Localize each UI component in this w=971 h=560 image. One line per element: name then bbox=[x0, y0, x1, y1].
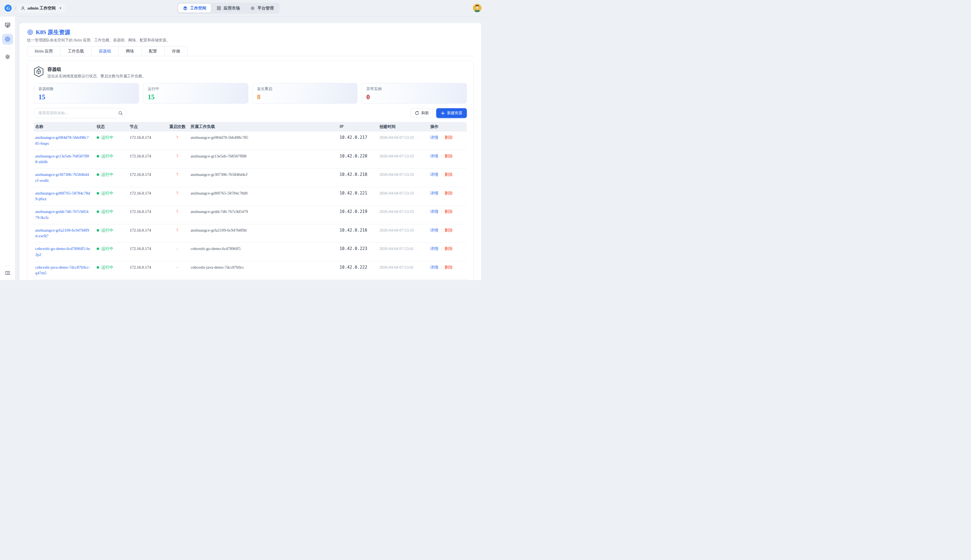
pod-name-link[interactable]: anzhuangce-gr307306-765846d4cf-wsdlc bbox=[35, 172, 92, 184]
pod-name-link[interactable]: anzhuangce-gr80f765-58784c78d9-jt6zz bbox=[35, 190, 92, 202]
workload-cell: anzhuangce-gr084d78-5bb498c785 bbox=[189, 132, 338, 150]
status-dot-icon bbox=[97, 192, 99, 195]
delete-link[interactable]: 删除 bbox=[445, 247, 453, 251]
kubernetes-icon bbox=[27, 29, 33, 35]
created-cell: 2026-04-04 07:53:33 bbox=[378, 168, 429, 187]
node-cell: 172.16.0.174 bbox=[128, 224, 168, 243]
actions-cell: 详情|删除 bbox=[429, 224, 467, 243]
nav-label: 工作空间 bbox=[190, 6, 206, 11]
status-badge: 运行中 bbox=[95, 168, 128, 187]
created-cell: 2026-04-04 07:53:33 bbox=[378, 224, 429, 243]
pod-name-link[interactable]: anzhuangce-gr084d78-5bb498c785-6sqrc bbox=[35, 135, 92, 147]
delete-link[interactable]: 删除 bbox=[445, 135, 453, 140]
tab-helm-apps[interactable]: Helm 应用 bbox=[27, 46, 60, 56]
kubernetes-icon bbox=[5, 36, 10, 42]
refresh-button[interactable]: 刷新 bbox=[411, 108, 433, 118]
detail-link[interactable]: 详情 bbox=[430, 135, 438, 140]
sidebar-item-settings[interactable] bbox=[2, 52, 13, 62]
tab-pods[interactable]: 容器组 bbox=[91, 46, 119, 56]
delete-link[interactable]: 删除 bbox=[445, 265, 453, 270]
page-subtitle: 统一管理团队命名空间下的 Helm 应用、工作负载、容器组、网络、配置和存储资源… bbox=[27, 38, 474, 43]
section-description: 适合从实例维度观察运行状态、重启次数与所属工作负载。 bbox=[47, 74, 146, 79]
pod-name-link[interactable]: anzhuangce-grfa2109-6c947b8f9d-zw9l7 bbox=[35, 228, 92, 239]
search-icon[interactable] bbox=[118, 111, 123, 115]
tab-network[interactable]: 网络 bbox=[118, 46, 142, 56]
tab-storage[interactable]: 存储 bbox=[164, 46, 188, 56]
node-cell: 172.16.0.174 bbox=[128, 132, 168, 150]
stat-value: 15 bbox=[38, 93, 134, 100]
detail-link[interactable]: 详情 bbox=[430, 209, 438, 214]
user-avatar[interactable] bbox=[473, 4, 481, 12]
stat-value: 0 bbox=[366, 93, 462, 100]
chevron-down-icon: ▼ bbox=[59, 7, 62, 10]
action-separator: | bbox=[441, 228, 442, 232]
action-separator: | bbox=[441, 135, 442, 140]
stat-card-3: 异常实例0 bbox=[362, 83, 467, 103]
created-cell: 2026-04-04 07:53:41 bbox=[378, 243, 429, 261]
status-dot-icon bbox=[97, 137, 99, 139]
delete-link[interactable]: 删除 bbox=[445, 191, 453, 195]
nav-item-workspace[interactable]: 工作空间 bbox=[178, 4, 211, 13]
status-badge: 运行中 bbox=[95, 187, 128, 206]
detail-link[interactable]: 详情 bbox=[430, 154, 438, 158]
workload-cell: anzhuangce-gr13e5eb-768587ff88 bbox=[189, 150, 338, 168]
workload-cell: anzhuangce-gr307306-765846d4cf bbox=[189, 168, 338, 187]
resource-tabs: Helm 应用工作负载容器组网络配置存储 bbox=[27, 46, 474, 56]
detail-link[interactable]: 详情 bbox=[430, 247, 438, 251]
pod-name-cell: cnbceshi-nodejs-demo-97594596d- bbox=[34, 280, 95, 280]
pod-name-link[interactable]: anzhuangce-grddc7d6-767c9d5479-lkcfz bbox=[35, 209, 92, 221]
nav-item-app-market[interactable]: 应用市场 bbox=[212, 4, 244, 13]
delete-link[interactable]: 删除 bbox=[445, 172, 453, 177]
table-row: anzhuangce-grfa2109-6c947b8f9d-zw9l7运行中1… bbox=[34, 224, 467, 243]
pod-name-link[interactable]: anzhuangce-gr13e5eb-768587ff88-zkhlb bbox=[35, 153, 92, 165]
restarts-cell: 7 bbox=[168, 206, 189, 224]
node-cell: 172.16.0.174 bbox=[128, 168, 168, 187]
table-row: anzhuangce-gr13e5eb-768587ff88-zkhlb运行中1… bbox=[34, 150, 467, 169]
detail-link[interactable]: 详情 bbox=[430, 228, 438, 232]
actions-cell: 详情|删除 bbox=[429, 132, 467, 150]
status-label: 运行中 bbox=[101, 228, 114, 232]
delete-link[interactable]: 删除 bbox=[445, 209, 453, 214]
actions-cell: 详情|删除 bbox=[429, 206, 467, 224]
collapse-menu-icon[interactable] bbox=[5, 271, 10, 276]
search-input[interactable] bbox=[34, 108, 127, 118]
created-cell: 2026-04-04 07:53:41 bbox=[378, 261, 429, 280]
table-row: anzhuangce-gr80f765-58784c78d9-jt6zz运行中1… bbox=[34, 187, 467, 206]
actions-cell: 详情|删除 bbox=[429, 280, 467, 280]
column-header: 重启次数 bbox=[168, 122, 189, 132]
pod-name-cell: anzhuangce-grddc7d6-767c9d5479-lkcfz bbox=[34, 206, 95, 224]
pod-name-link[interactable]: cnbceshi-java-demo-7dcc87b9cc-q47m5 bbox=[35, 265, 92, 277]
table-header: 名称状态节点重启次数所属工作负载IP创建时间操作 bbox=[34, 122, 467, 132]
sidebar-item-dashboard[interactable] bbox=[2, 20, 13, 30]
top-header: G / admin 工作空间 ▼ 工作空间 bbox=[0, 0, 486, 17]
detail-link[interactable]: 详情 bbox=[430, 172, 438, 177]
delete-link[interactable]: 删除 bbox=[445, 228, 453, 232]
action-separator: | bbox=[441, 247, 442, 251]
detail-link[interactable]: 详情 bbox=[430, 265, 438, 270]
pods-section-card: 容器组 适合从实例维度观察运行状态、重启次数与所属工作负载。 容器组数15运行中… bbox=[27, 61, 474, 280]
tab-config[interactable]: 配置 bbox=[141, 46, 165, 56]
ip-cell: 10.42.0.216 bbox=[338, 224, 378, 243]
sidebar-item-k8s-resources[interactable] bbox=[2, 34, 13, 45]
tab-workloads[interactable]: 工作负载 bbox=[60, 46, 92, 56]
pod-name-cell: anzhuangce-gr307306-765846d4cf-wsdlc bbox=[34, 168, 95, 187]
nav-item-platform-admin[interactable]: 平台管理 bbox=[246, 4, 278, 13]
gear-icon bbox=[5, 54, 10, 60]
app-logo[interactable]: G bbox=[4, 4, 12, 12]
pod-name-link[interactable]: cnbceshi-go-demo-6cd7896ff5-bc2p2 bbox=[35, 246, 92, 258]
workspace-switcher[interactable]: admin 工作空间 ▼ bbox=[17, 4, 65, 13]
create-resource-button[interactable]: 新建资源 bbox=[436, 108, 467, 118]
stat-card-1: 运行中15 bbox=[143, 83, 248, 103]
left-sidebar bbox=[0, 16, 15, 280]
detail-link[interactable]: 详情 bbox=[430, 191, 438, 195]
status-dot-icon bbox=[97, 248, 99, 250]
delete-link[interactable]: 删除 bbox=[445, 154, 453, 158]
stat-label: 异常实例 bbox=[366, 87, 462, 92]
status-label: 运行中 bbox=[101, 135, 114, 140]
status-badge: 运行中 bbox=[95, 243, 128, 261]
column-header: 节点 bbox=[128, 122, 168, 132]
created-cell: 2026-04-04 07:53:33 bbox=[378, 187, 429, 206]
status-label: 运行中 bbox=[101, 191, 114, 195]
stat-card-0: 容器组数15 bbox=[34, 83, 139, 103]
stat-label: 运行中 bbox=[148, 87, 244, 92]
